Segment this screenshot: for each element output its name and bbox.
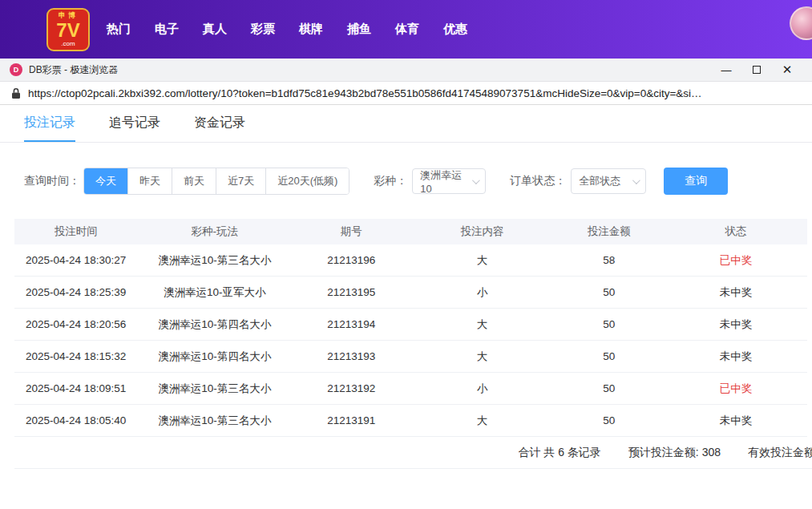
table-header-cell: 投注时间 [14, 224, 137, 239]
table-summary: 合计 共 6 条记录 预计投注金额: 308 有效投注金额 [14, 437, 812, 469]
chevron-down-icon [632, 176, 640, 184]
table-header-cell: 期号 [292, 224, 410, 239]
lottery-filter-label: 彩种： [374, 174, 407, 188]
cell-amount: 50 [553, 318, 664, 330]
table-row: 2025-04-24 18:15:32澳洲幸运10-第四名大小21213193大… [14, 341, 807, 373]
tab-chase-records[interactable]: 追号记录 [109, 105, 160, 142]
cell-amount: 50 [553, 414, 664, 426]
site-logo[interactable]: 申博 7V .com [46, 8, 90, 51]
cell-content: 大 [410, 349, 553, 364]
time-option-1[interactable]: 今天 [84, 168, 127, 194]
cell-amount: 50 [553, 382, 664, 394]
cell-content: 大 [410, 414, 553, 428]
cell-time: 2025-04-24 18:09:51 [14, 382, 137, 394]
cell-status: 未中奖 [665, 317, 807, 332]
nav-item-6[interactable]: 捕鱼 [347, 22, 371, 37]
cell-play: 澳洲幸运10-第四名大小 [137, 317, 292, 332]
site-nav: 申博 7V .com 热门电子真人彩票棋牌捕鱼体育优惠 [0, 0, 812, 59]
cell-amount: 50 [553, 350, 664, 362]
maximize-button[interactable] [741, 59, 772, 82]
lottery-select-value: 澳洲幸运10 [420, 168, 467, 195]
nav-menu: 热门电子真人彩票棋牌捕鱼体育优惠 [95, 22, 479, 37]
table-row: 2025-04-24 18:20:56澳洲幸运10-第四名大小21213194大… [14, 309, 807, 341]
tab-fund-records[interactable]: 资金记录 [194, 105, 245, 142]
cell-status: 未中奖 [665, 414, 807, 428]
cell-status: 已中奖 [665, 382, 807, 396]
cell-issue: 21213192 [292, 382, 410, 394]
cell-status: 未中奖 [665, 285, 807, 300]
summary-total-count: 合计 共 6 条记录 [518, 446, 600, 460]
cell-status: 已中奖 [665, 253, 807, 268]
cell-issue: 21213191 [292, 414, 410, 426]
cell-content: 大 [410, 317, 553, 332]
nav-item-1[interactable]: 热门 [107, 22, 131, 37]
url-bar: https://ctop02pcali.2kbxi392.com/lottery… [0, 82, 812, 105]
cell-content: 小 [410, 285, 553, 300]
table-header-cell: 状态 [665, 224, 807, 239]
user-avatar[interactable] [790, 6, 812, 40]
filter-bar: 查询时间： 今天昨天前天近7天近20天(低频) 彩种： 澳洲幸运10 订单状态：… [24, 168, 812, 195]
window-title: DB彩票 - 极速浏览器 [29, 63, 118, 77]
table-row: 2025-04-24 18:30:27澳洲幸运10-第三名大小21213196大… [14, 244, 807, 277]
time-option-4[interactable]: 近7天 [216, 168, 265, 194]
table-row: 2025-04-24 18:25:39澳洲幸运10-亚军大小21213195小5… [14, 277, 807, 309]
cell-content: 小 [410, 382, 553, 396]
cell-time: 2025-04-24 18:05:40 [14, 414, 137, 426]
time-filter-label: 查询时间： [24, 174, 80, 188]
tab-bet-records[interactable]: 投注记录 [24, 105, 75, 142]
time-option-5[interactable]: 近20天(低频) [265, 168, 349, 194]
order-status-label: 订单状态： [510, 174, 566, 188]
lock-icon [11, 87, 21, 99]
cell-time: 2025-04-24 18:25:39 [14, 286, 137, 298]
logo-brand-top: 申博 [59, 12, 78, 19]
summary-expected-amount: 预计投注金额: 308 [628, 446, 721, 460]
time-filter-group: 今天昨天前天近7天近20天(低频) [83, 168, 349, 195]
table-row: 2025-04-24 18:05:40澳洲幸运10-第三名大小21213191大… [14, 405, 807, 437]
logo-brand-main: 7V [56, 21, 79, 40]
cell-play: 澳洲幸运10-第四名大小 [137, 349, 292, 364]
summary-valid-amount: 有效投注金额 [748, 446, 812, 460]
table-body: 2025-04-24 18:30:27澳洲幸运10-第三名大小21213196大… [14, 244, 807, 437]
nav-item-2[interactable]: 电子 [155, 22, 179, 37]
nav-item-4[interactable]: 彩票 [251, 22, 275, 37]
table-header-cell: 彩种-玩法 [137, 224, 292, 239]
cell-time: 2025-04-24 18:20:56 [14, 318, 137, 330]
order-status-value: 全部状态 [579, 174, 620, 188]
close-button[interactable]: ✕ [772, 59, 802, 82]
logo-brand-sub: .com [61, 41, 75, 47]
cell-play: 澳洲幸运10-第三名大小 [137, 253, 292, 268]
nav-item-7[interactable]: 体育 [395, 22, 419, 37]
time-option-3[interactable]: 前天 [172, 168, 216, 194]
cell-issue: 21213193 [292, 350, 410, 362]
table-header-cell: 投注内容 [410, 224, 553, 239]
cell-time: 2025-04-24 18:15:32 [14, 350, 137, 362]
cell-issue: 21213195 [292, 286, 410, 298]
nav-item-5[interactable]: 棋牌 [299, 22, 323, 37]
nav-item-3[interactable]: 真人 [203, 22, 227, 37]
cell-play: 澳洲幸运10-第三名大小 [137, 382, 292, 396]
table-header-cell: 投注金额 [553, 224, 664, 239]
cell-amount: 50 [553, 286, 664, 298]
address-input[interactable]: https://ctop02pcali.2kbxi392.com/lottery… [28, 87, 801, 99]
minimize-button[interactable]: — [711, 59, 741, 82]
cell-play: 澳洲幸运10-亚军大小 [137, 285, 292, 300]
time-option-2[interactable]: 昨天 [127, 168, 172, 194]
window-controls: — ✕ [711, 59, 802, 82]
bet-records-table: 投注时间彩种-玩法期号投注内容投注金额状态 2025-04-24 18:30:2… [14, 219, 807, 437]
record-tabs: 投注记录 追号记录 资金记录 [0, 105, 812, 143]
cell-content: 大 [410, 253, 553, 268]
chevron-down-icon [472, 176, 480, 184]
browser-titlebar: D DB彩票 - 极速浏览器 — ✕ [0, 59, 812, 82]
maximize-icon [753, 66, 761, 74]
cell-issue: 21213196 [292, 254, 410, 266]
lottery-select[interactable]: 澳洲幸运10 [412, 168, 486, 194]
cell-issue: 21213194 [292, 318, 410, 330]
order-status-select[interactable]: 全部状态 [571, 168, 646, 194]
cell-play: 澳洲幸运10-第三名大小 [137, 414, 292, 428]
cell-status: 未中奖 [665, 349, 807, 364]
search-button[interactable]: 查询 [664, 168, 728, 195]
cell-amount: 58 [553, 254, 664, 266]
cell-time: 2025-04-24 18:30:27 [14, 254, 137, 266]
nav-item-8[interactable]: 优惠 [443, 22, 467, 37]
table-header: 投注时间彩种-玩法期号投注内容投注金额状态 [14, 219, 807, 244]
